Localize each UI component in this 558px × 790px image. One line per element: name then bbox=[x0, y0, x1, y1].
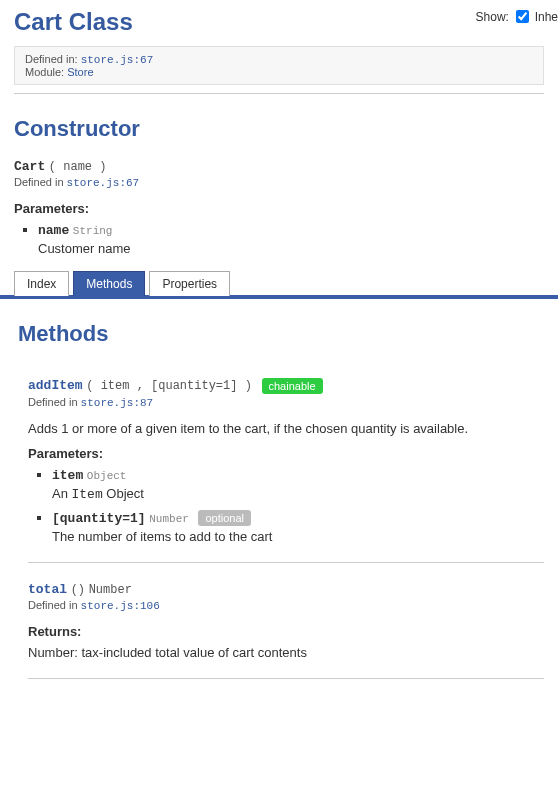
method-name: addItem bbox=[28, 378, 83, 393]
show-inherited-label: Inhe bbox=[535, 10, 558, 24]
param-type: Object bbox=[87, 470, 127, 482]
methods-heading: Methods bbox=[18, 321, 544, 347]
tab-index[interactable]: Index bbox=[14, 271, 69, 296]
tab-methods[interactable]: Methods bbox=[73, 271, 145, 296]
method-defined-link[interactable]: store.js:87 bbox=[81, 397, 154, 409]
constructor-name: Cart bbox=[14, 159, 45, 174]
constructor-defined-label: Defined in bbox=[14, 176, 64, 188]
returns-type: Number: bbox=[28, 645, 78, 660]
show-label: Show: bbox=[476, 10, 509, 24]
constructor-heading: Constructor bbox=[14, 116, 544, 142]
param-type: Number bbox=[149, 513, 189, 525]
method-description: Adds 1 or more of a given item to the ca… bbox=[28, 421, 544, 436]
tabs: Index Methods Properties bbox=[14, 270, 558, 295]
constructor-section: Constructor Cart ( name ) Defined in sto… bbox=[0, 94, 558, 256]
param-name: [quantity=1] bbox=[52, 511, 146, 526]
module-label: Module: bbox=[25, 66, 64, 78]
param-name: name bbox=[38, 223, 69, 238]
method-return-type: Number bbox=[89, 583, 132, 597]
param-name: item bbox=[52, 468, 83, 483]
defined-in-link[interactable]: store.js:67 bbox=[81, 54, 154, 66]
param-desc: Customer name bbox=[38, 238, 544, 256]
method-total: total () Number Defined in store.js:106 … bbox=[0, 581, 558, 679]
method-signature: () bbox=[71, 583, 85, 597]
method-additem: addItem ( item , [quantity=1] ) chainabl… bbox=[0, 363, 558, 563]
class-meta: Defined in: store.js:67 Module: Store bbox=[14, 46, 544, 85]
methods-section: Methods bbox=[0, 299, 558, 347]
method-signature: ( item , [quantity=1] ) bbox=[86, 379, 252, 393]
method-name: total bbox=[28, 582, 67, 597]
param-item: name String Customer name bbox=[38, 222, 544, 256]
show-options: Show: Inhe bbox=[476, 10, 558, 24]
method-params-heading: Parameters: bbox=[28, 446, 544, 461]
param-desc: An Item Object bbox=[52, 483, 544, 502]
page-title: Cart Class bbox=[14, 8, 544, 36]
divider bbox=[28, 678, 544, 679]
method-defined-label: Defined in bbox=[28, 396, 78, 408]
show-inherited-checkbox[interactable] bbox=[516, 10, 529, 23]
param-desc: The number of items to add to the cart bbox=[52, 526, 544, 544]
method-defined-label: Defined in bbox=[28, 599, 78, 611]
tab-properties[interactable]: Properties bbox=[149, 271, 230, 296]
returns-heading: Returns: bbox=[28, 624, 544, 639]
param-desc-prefix: An bbox=[52, 486, 72, 501]
chainable-badge: chainable bbox=[262, 378, 323, 394]
method-defined-link[interactable]: store.js:106 bbox=[81, 600, 160, 612]
param-item: [quantity=1] Number optional The number … bbox=[52, 510, 544, 545]
param-desc-mono: Item bbox=[72, 487, 103, 502]
param-desc-suffix: Object bbox=[103, 486, 144, 501]
param-item: item Object An Item Object bbox=[52, 467, 544, 502]
param-type: String bbox=[73, 225, 113, 237]
returns-desc: tax-included total value of cart content… bbox=[78, 645, 307, 660]
optional-badge: optional bbox=[198, 510, 251, 526]
constructor-defined-link[interactable]: store.js:67 bbox=[67, 177, 140, 189]
divider bbox=[28, 562, 544, 563]
constructor-params-heading: Parameters: bbox=[14, 201, 544, 216]
returns-line: Number: tax-included total value of cart… bbox=[28, 645, 544, 660]
defined-in-label: Defined in: bbox=[25, 53, 78, 65]
constructor-signature: ( name ) bbox=[49, 160, 107, 174]
module-link[interactable]: Store bbox=[67, 66, 93, 78]
